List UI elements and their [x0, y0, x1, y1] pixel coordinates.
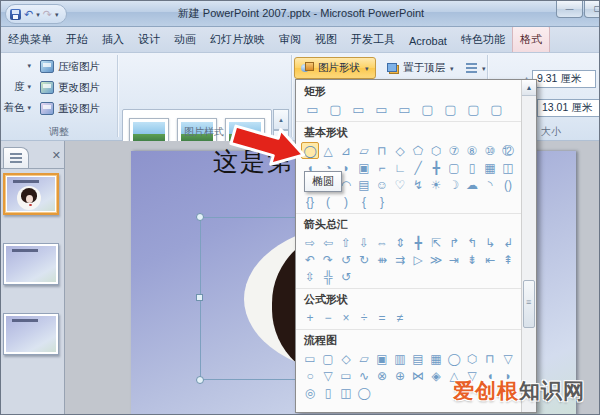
shape-right-triangle[interactable]: ⊿: [337, 142, 355, 159]
shape-flow-multidocument[interactable]: ▦: [427, 350, 445, 367]
shape-folded-corner[interactable]: ▤: [355, 176, 373, 193]
selection-handle-bottom-left[interactable]: [196, 376, 204, 384]
menu-scroll-up-icon[interactable]: ▲: [522, 80, 536, 96]
shape-parallelogram[interactable]: ▱: [355, 142, 373, 159]
shape-chevron-arrow[interactable]: ≫: [427, 251, 445, 268]
tab-特色功能[interactable]: 特色功能: [454, 27, 512, 52]
shape-equal[interactable]: =: [373, 309, 391, 326]
shape-bent-up-arrow[interactable]: ↰: [463, 234, 481, 251]
shape-flow-summing-junction[interactable]: ⊗: [373, 367, 391, 384]
shape-bent-arrow[interactable]: ↱: [445, 234, 463, 251]
menu-scrollbar[interactable]: ▲: [521, 80, 536, 412]
shape-flow-collate[interactable]: ⋈: [409, 367, 427, 384]
shape-flow-document[interactable]: ▤: [409, 350, 427, 367]
shape-heptagon[interactable]: ⑦: [445, 142, 463, 159]
shape-heart[interactable]: ♡: [391, 176, 409, 193]
shape-flow-predefined-process[interactable]: ▣: [373, 350, 391, 367]
shape-flow-card[interactable]: ▭: [337, 367, 355, 384]
shape-up-arrow[interactable]: ⇧: [337, 234, 355, 251]
shape-flow-punched-tape[interactable]: ∿: [355, 367, 373, 384]
shape-flow-data[interactable]: ▱: [355, 350, 373, 367]
shape-diagonal-stripe[interactable]: ╱: [409, 159, 427, 176]
shape-left-right-arrow[interactable]: ⇔: [373, 234, 391, 251]
shape-sun[interactable]: ☀: [427, 176, 445, 193]
shape-octagon[interactable]: ⑧: [463, 142, 481, 159]
bring-to-front-button[interactable]: 置于顶层 ▾: [380, 57, 461, 79]
picture-shape-button[interactable]: 图片形状 ▾: [294, 57, 376, 79]
shape-notched-right-arrow[interactable]: ⇉: [391, 251, 409, 268]
shape-curved-up-arrow[interactable]: ↺: [337, 251, 355, 268]
tab-格式[interactable]: 格式: [512, 27, 550, 52]
tab-开始[interactable]: 开始: [59, 27, 95, 52]
shape-curved-left-arrow[interactable]: ↶: [301, 251, 319, 268]
shape-l-shape[interactable]: ∟: [391, 159, 409, 176]
shape-hexagon[interactable]: ⬡: [427, 142, 445, 159]
shape-right-bracket[interactable]: ): [337, 193, 355, 210]
shape-flow-terminator[interactable]: ◯: [445, 350, 463, 367]
shape-left-right-arrow-callout[interactable]: ⇳: [301, 268, 319, 285]
shape-flow-manual-input[interactable]: ⊓: [481, 350, 499, 367]
shape-smiley-face[interactable]: ☺: [373, 176, 391, 193]
close-icon[interactable]: ✕: [52, 150, 61, 161]
shape-flow-magnetic-disk[interactable]: ▯: [319, 384, 337, 401]
shape-flow-or[interactable]: ⊕: [391, 367, 409, 384]
tab-审阅[interactable]: 审阅: [272, 27, 308, 52]
shape-regular-pentagon[interactable]: ⬠: [409, 142, 427, 159]
shape-snip-round-rectangle[interactable]: ▢: [416, 101, 439, 118]
shape-moon[interactable]: ☽: [445, 176, 463, 193]
shape-quad-arrow[interactable]: ╋: [409, 234, 427, 251]
shape-up-down-arrow[interactable]: ⇕: [391, 234, 409, 251]
shape-cross[interactable]: ╋: [427, 159, 445, 176]
shape-bevel[interactable]: ◫: [499, 159, 517, 176]
shape-flow-preparation[interactable]: ⬡: [463, 350, 481, 367]
shape-curved-down-arrow[interactable]: ↻: [355, 251, 373, 268]
shape-flow-process[interactable]: ▭: [301, 350, 319, 367]
shape-flow-off-page-connector[interactable]: ▽: [319, 367, 337, 384]
shape-right-arrow-callout[interactable]: ⇥: [445, 251, 463, 268]
shape-curved-right-arrow[interactable]: ↷: [319, 251, 337, 268]
shape-divide[interactable]: ÷: [355, 309, 373, 326]
tab-slides[interactable]: [3, 147, 29, 168]
slide-thumbnail-1[interactable]: [3, 173, 59, 215]
tab-设计[interactable]: 设计: [131, 27, 167, 52]
shape-pentagon-arrow[interactable]: ▷: [409, 251, 427, 268]
shape-down-arrow[interactable]: ⇩: [355, 234, 373, 251]
shape-round-single-corner-rectangle[interactable]: ▢: [439, 101, 462, 118]
shape-trapezoid[interactable]: ⊓: [373, 142, 391, 159]
shape-left-arrow-callout[interactable]: ⇤: [481, 251, 499, 268]
shape-can[interactable]: ▯: [463, 159, 481, 176]
shape-multiply[interactable]: ×: [337, 309, 355, 326]
shape-up-arrow-callout[interactable]: ⇞: [499, 251, 517, 268]
shape-double-brace[interactable]: {}: [301, 193, 319, 210]
shape-round-diagonal-rectangle[interactable]: ▢: [485, 101, 508, 118]
shape-decagon[interactable]: ⑩: [481, 142, 499, 159]
shape-width-field[interactable]: 13.01 厘米: [537, 99, 600, 117]
shape-snip-diagonal-rectangle[interactable]: ▭: [393, 101, 416, 118]
shape-lightning-bolt[interactable]: ↯: [409, 176, 427, 193]
shape-left-arrow[interactable]: ⇦: [319, 234, 337, 251]
shape-round-same-side-rectangle[interactable]: ▢: [462, 101, 485, 118]
shape-turn-left-arrow[interactable]: ↲: [499, 234, 517, 251]
shape-rectangle[interactable]: ▭: [301, 101, 324, 118]
shape-flow-connector[interactable]: ○: [301, 367, 319, 384]
shape-diamond[interactable]: ◇: [391, 142, 409, 159]
shape-flow-internal-storage[interactable]: ▥: [391, 350, 409, 367]
shape-snip-same-side-rectangle[interactable]: ▭: [370, 101, 393, 118]
shape-double-bracket[interactable]: (): [499, 176, 517, 193]
shape-flow-display[interactable]: ◯: [355, 384, 373, 401]
shape-flow-alternate-process[interactable]: ▢: [319, 350, 337, 367]
adjust-clipped-button[interactable]: ▾: [0, 55, 33, 76]
shape-flow-decision[interactable]: ◇: [337, 350, 355, 367]
shape-left-bracket[interactable]: (: [319, 193, 337, 210]
shape-minus[interactable]: −: [319, 309, 337, 326]
shape-arc[interactable]: ◝: [481, 176, 499, 193]
shape-cloud[interactable]: ☁: [463, 176, 481, 193]
shape-half-frame[interactable]: ⌐: [373, 159, 391, 176]
change-picture-button[interactable]: 更改图片: [37, 77, 103, 98]
selection-handle-mid-left[interactable]: [196, 294, 203, 301]
tab-视图[interactable]: 视图: [308, 27, 344, 52]
compress-picture-button[interactable]: 压缩图片: [37, 56, 103, 77]
shape-rounded-rectangle[interactable]: ▢: [324, 101, 347, 118]
shape-right-brace[interactable]: }: [373, 193, 391, 210]
tab-Acrobat[interactable]: Acrobat: [402, 30, 454, 52]
